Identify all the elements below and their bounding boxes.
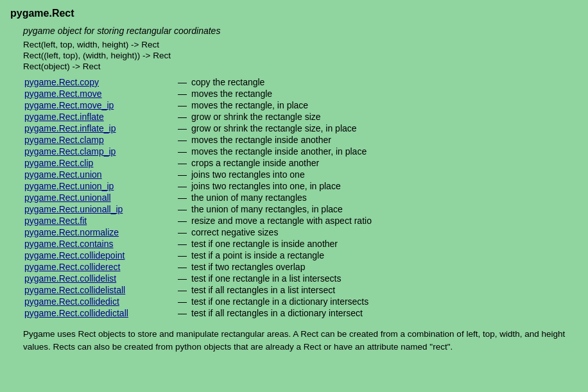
table-row: pygame.Rect.clamp_ip—moves the rectangle… <box>23 146 588 157</box>
method-link[interactable]: pygame.Rect.inflate_ip <box>24 123 116 133</box>
method-description: copy the rectangle <box>190 76 588 88</box>
method-description: joins two rectangles into one <box>190 169 588 180</box>
method-link[interactable]: pygame.Rect.copy <box>24 77 99 87</box>
dash-separator: — <box>171 215 190 226</box>
method-description: test if one rectangle in a dictionary in… <box>190 296 588 307</box>
table-row: pygame.Rect.move—moves the rectangle <box>23 88 588 99</box>
method-description: test if all rectangles in a list interse… <box>190 284 588 296</box>
method-link[interactable]: pygame.Rect.inflate <box>24 112 104 122</box>
method-description: test if one rectangle is inside another <box>190 238 588 250</box>
table-row: pygame.Rect.inflate_ip—grow or shrink th… <box>23 123 588 134</box>
methods-table: pygame.Rect.copy—copy the rectanglepygam… <box>23 76 588 319</box>
method-link[interactable]: pygame.Rect.move_ip <box>24 100 114 110</box>
method-link[interactable]: pygame.Rect.clip <box>24 158 93 168</box>
subtitle: pygame object for storing rectangular co… <box>23 26 578 36</box>
table-row: pygame.Rect.clip—crops a rectangle insid… <box>23 157 588 169</box>
method-link[interactable]: pygame.Rect.union <box>24 169 102 180</box>
dash-separator: — <box>171 192 190 203</box>
dash-separator: — <box>171 111 190 123</box>
dash-separator: — <box>171 134 190 146</box>
method-description: moves the rectangle inside another, in p… <box>190 146 588 157</box>
method-description: resize and move a rectangle with aspect … <box>190 215 588 226</box>
method-description: grow or shrink the rectangle size <box>190 111 588 123</box>
method-link[interactable]: pygame.Rect.contains <box>24 239 114 249</box>
dash-separator: — <box>171 99 190 111</box>
method-description: moves the rectangle <box>190 88 588 99</box>
page-title: pygame.Rect <box>10 8 578 19</box>
table-row: pygame.Rect.fit—resize and move a rectan… <box>23 215 588 226</box>
dash-separator: — <box>171 284 190 296</box>
method-link[interactable]: pygame.Rect.collidelist <box>24 273 116 284</box>
table-row: pygame.Rect.contains—test if one rectang… <box>23 238 588 250</box>
dash-separator: — <box>171 88 190 99</box>
dash-separator: — <box>171 123 190 134</box>
method-description: moves the rectangle inside another <box>190 134 588 146</box>
signature-3: Rect(object) -> Rect <box>23 62 578 71</box>
table-row: pygame.Rect.collidedict—test if one rect… <box>23 296 588 307</box>
method-description: test if a point is inside a rectangle <box>190 250 588 261</box>
method-link[interactable]: pygame.Rect.union_ip <box>24 181 114 191</box>
method-description: moves the rectangle, in place <box>190 99 588 111</box>
method-link[interactable]: pygame.Rect.fit <box>24 216 87 226</box>
method-link[interactable]: pygame.Rect.colliderect <box>24 262 120 272</box>
table-row: pygame.Rect.union—joins two rectangles i… <box>23 169 588 180</box>
dash-separator: — <box>171 203 190 215</box>
method-link[interactable]: pygame.Rect.unionall <box>24 192 111 203</box>
dash-separator: — <box>171 180 190 192</box>
method-link[interactable]: pygame.Rect.collidepoint <box>24 250 125 260</box>
method-description: correct negative sizes <box>190 226 588 238</box>
table-row: pygame.Rect.unionall—the union of many r… <box>23 192 588 203</box>
table-row: pygame.Rect.collidelist—test if one rect… <box>23 273 588 284</box>
dash-separator: — <box>171 296 190 307</box>
table-row: pygame.Rect.move_ip—moves the rectangle,… <box>23 99 588 111</box>
dash-separator: — <box>171 250 190 261</box>
method-description: test if one rectangle in a list intersec… <box>190 273 588 284</box>
footer-text: Pygame uses Rect objects to store and ma… <box>23 328 578 354</box>
method-description: test if all rectangles in a dictionary i… <box>190 307 588 319</box>
table-row: pygame.Rect.collidelistall—test if all r… <box>23 284 588 296</box>
dash-separator: — <box>171 261 190 273</box>
method-description: crops a rectangle inside another <box>190 157 588 169</box>
method-link[interactable]: pygame.Rect.clamp <box>24 135 104 145</box>
table-row: pygame.Rect.normalize—correct negative s… <box>23 226 588 238</box>
dash-separator: — <box>171 157 190 169</box>
table-row: pygame.Rect.inflate—grow or shrink the r… <box>23 111 588 123</box>
table-row: pygame.Rect.collidedictall—test if all r… <box>23 307 588 319</box>
method-link[interactable]: pygame.Rect.move <box>24 89 102 99</box>
method-link[interactable]: pygame.Rect.normalize <box>24 227 119 237</box>
method-description: joins two rectangles into one, in place <box>190 180 588 192</box>
dash-separator: — <box>171 226 190 238</box>
dash-separator: — <box>171 238 190 250</box>
table-row: pygame.Rect.copy—copy the rectangle <box>23 76 588 88</box>
dash-separator: — <box>171 146 190 157</box>
method-description: the union of many rectangles, in place <box>190 203 588 215</box>
signature-2: Rect((left, top), (width, height)) -> Re… <box>23 51 578 60</box>
method-link[interactable]: pygame.Rect.collidedict <box>24 296 119 307</box>
method-link[interactable]: pygame.Rect.collidelistall <box>24 285 125 295</box>
dash-separator: — <box>171 273 190 284</box>
table-row: pygame.Rect.collidepoint—test if a point… <box>23 250 588 261</box>
method-link[interactable]: pygame.Rect.unionall_ip <box>24 204 123 214</box>
dash-separator: — <box>171 169 190 180</box>
table-row: pygame.Rect.union_ip—joins two rectangle… <box>23 180 588 192</box>
method-description: the union of many rectangles <box>190 192 588 203</box>
method-description: test if two rectangles overlap <box>190 261 588 273</box>
table-row: pygame.Rect.colliderect—test if two rect… <box>23 261 588 273</box>
dash-separator: — <box>171 76 190 88</box>
method-description: grow or shrink the rectangle size, in pl… <box>190 123 588 134</box>
table-row: pygame.Rect.clamp—moves the rectangle in… <box>23 134 588 146</box>
table-row: pygame.Rect.unionall_ip—the union of man… <box>23 203 588 215</box>
method-link[interactable]: pygame.Rect.collidedictall <box>24 308 128 318</box>
dash-separator: — <box>171 307 190 319</box>
method-link[interactable]: pygame.Rect.clamp_ip <box>24 146 116 157</box>
signature-1: Rect(left, top, width, height) -> Rect <box>23 40 578 49</box>
